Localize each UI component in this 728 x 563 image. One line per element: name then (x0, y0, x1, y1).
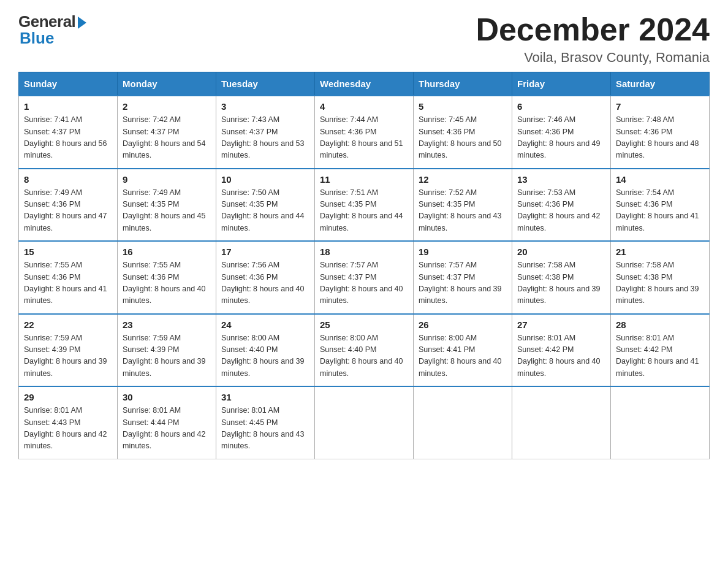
day-number: 9 (123, 174, 211, 185)
calendar-day-cell: 6 Sunrise: 7:46 AM Sunset: 4:36 PM Dayli… (512, 96, 611, 169)
day-number: 10 (221, 174, 309, 185)
day-info: Sunrise: 7:57 AM Sunset: 4:37 PM Dayligh… (320, 259, 408, 307)
calendar-day-cell: 14 Sunrise: 7:54 AM Sunset: 4:36 PM Dayl… (611, 169, 710, 242)
calendar-day-cell: 5 Sunrise: 7:45 AM Sunset: 4:36 PM Dayli… (414, 96, 512, 169)
day-number: 12 (419, 174, 507, 185)
week-row-2: 8 Sunrise: 7:49 AM Sunset: 4:36 PM Dayli… (19, 169, 710, 242)
day-info: Sunrise: 8:01 AM Sunset: 4:45 PM Dayligh… (221, 405, 309, 453)
day-number: 6 (517, 101, 605, 112)
day-number: 13 (517, 174, 605, 185)
calendar-day-cell: 25 Sunrise: 8:00 AM Sunset: 4:40 PM Dayl… (315, 314, 414, 387)
calendar-day-cell: 30 Sunrise: 8:01 AM Sunset: 4:44 PM Dayl… (118, 386, 216, 459)
day-number: 16 (123, 247, 211, 257)
day-number: 22 (24, 320, 112, 330)
day-info: Sunrise: 7:58 AM Sunset: 4:38 PM Dayligh… (517, 259, 605, 307)
week-row-1: 1 Sunrise: 7:41 AM Sunset: 4:37 PM Dayli… (19, 96, 710, 169)
calendar-day-cell: 3 Sunrise: 7:43 AM Sunset: 4:37 PM Dayli… (216, 96, 315, 169)
day-number: 21 (616, 247, 704, 257)
day-info: Sunrise: 7:42 AM Sunset: 4:37 PM Dayligh… (123, 114, 211, 162)
header-tuesday: Tuesday (216, 72, 315, 96)
day-number: 23 (123, 320, 211, 330)
day-info: Sunrise: 7:59 AM Sunset: 4:39 PM Dayligh… (24, 332, 112, 380)
day-info: Sunrise: 8:00 AM Sunset: 4:40 PM Dayligh… (320, 332, 408, 380)
day-number: 30 (123, 392, 211, 402)
day-number: 2 (123, 101, 211, 112)
calendar-day-cell: 23 Sunrise: 7:59 AM Sunset: 4:39 PM Dayl… (118, 314, 216, 387)
header-friday: Friday (512, 72, 611, 96)
day-number: 17 (221, 247, 309, 257)
day-number: 24 (221, 320, 309, 330)
page-header: General Blue December 2024 Voila, Brasov… (18, 12, 710, 66)
day-number: 8 (24, 174, 112, 185)
day-number: 25 (320, 320, 408, 330)
calendar-day-cell: 12 Sunrise: 7:52 AM Sunset: 4:35 PM Dayl… (414, 169, 512, 242)
calendar-day-cell: 15 Sunrise: 7:55 AM Sunset: 4:36 PM Dayl… (19, 241, 118, 314)
day-number: 7 (616, 101, 704, 112)
day-number: 20 (517, 247, 605, 257)
day-info: Sunrise: 8:01 AM Sunset: 4:43 PM Dayligh… (24, 405, 112, 453)
day-info: Sunrise: 7:57 AM Sunset: 4:37 PM Dayligh… (419, 259, 507, 307)
calendar-day-cell: 26 Sunrise: 8:00 AM Sunset: 4:41 PM Dayl… (414, 314, 512, 387)
day-info: Sunrise: 7:49 AM Sunset: 4:35 PM Dayligh… (123, 187, 211, 235)
logo-arrow-icon (78, 17, 86, 29)
day-info: Sunrise: 8:00 AM Sunset: 4:40 PM Dayligh… (221, 332, 309, 380)
calendar-day-cell (315, 386, 414, 459)
day-info: Sunrise: 7:55 AM Sunset: 4:36 PM Dayligh… (24, 259, 112, 307)
header-saturday: Saturday (611, 72, 710, 96)
location-text: Voila, Brasov County, Romania (476, 50, 710, 66)
calendar-day-cell: 28 Sunrise: 8:01 AM Sunset: 4:42 PM Dayl… (611, 314, 710, 387)
day-info: Sunrise: 7:46 AM Sunset: 4:36 PM Dayligh… (517, 114, 605, 162)
logo: General Blue (18, 12, 86, 48)
day-info: Sunrise: 7:41 AM Sunset: 4:37 PM Dayligh… (24, 114, 112, 162)
day-info: Sunrise: 7:45 AM Sunset: 4:36 PM Dayligh… (419, 114, 507, 162)
day-info: Sunrise: 7:54 AM Sunset: 4:36 PM Dayligh… (616, 187, 704, 235)
calendar-table: Sunday Monday Tuesday Wednesday Thursday… (18, 72, 710, 459)
day-info: Sunrise: 8:00 AM Sunset: 4:41 PM Dayligh… (419, 332, 507, 380)
calendar-day-cell: 27 Sunrise: 8:01 AM Sunset: 4:42 PM Dayl… (512, 314, 611, 387)
header-wednesday: Wednesday (315, 72, 414, 96)
calendar-day-cell: 7 Sunrise: 7:48 AM Sunset: 4:36 PM Dayli… (611, 96, 710, 169)
week-row-4: 22 Sunrise: 7:59 AM Sunset: 4:39 PM Dayl… (19, 314, 710, 387)
title-section: December 2024 Voila, Brasov County, Roma… (476, 12, 710, 66)
day-number: 28 (616, 320, 704, 330)
week-row-3: 15 Sunrise: 7:55 AM Sunset: 4:36 PM Dayl… (19, 241, 710, 314)
calendar-day-cell: 19 Sunrise: 7:57 AM Sunset: 4:37 PM Dayl… (414, 241, 512, 314)
day-number: 5 (419, 101, 507, 112)
calendar-day-cell: 10 Sunrise: 7:50 AM Sunset: 4:35 PM Dayl… (216, 169, 315, 242)
day-info: Sunrise: 7:58 AM Sunset: 4:38 PM Dayligh… (616, 259, 704, 307)
day-number: 3 (221, 101, 309, 112)
day-number: 4 (320, 101, 408, 112)
calendar-day-cell: 21 Sunrise: 7:58 AM Sunset: 4:38 PM Dayl… (611, 241, 710, 314)
calendar-day-cell: 20 Sunrise: 7:58 AM Sunset: 4:38 PM Dayl… (512, 241, 611, 314)
calendar-day-cell (414, 386, 512, 459)
day-info: Sunrise: 7:48 AM Sunset: 4:36 PM Dayligh… (616, 114, 704, 162)
day-info: Sunrise: 7:51 AM Sunset: 4:35 PM Dayligh… (320, 187, 408, 235)
calendar-day-cell: 24 Sunrise: 8:00 AM Sunset: 4:40 PM Dayl… (216, 314, 315, 387)
calendar-day-cell: 4 Sunrise: 7:44 AM Sunset: 4:36 PM Dayli… (315, 96, 414, 169)
calendar-day-cell (611, 386, 710, 459)
calendar-day-cell: 8 Sunrise: 7:49 AM Sunset: 4:36 PM Dayli… (19, 169, 118, 242)
header-monday: Monday (118, 72, 216, 96)
day-info: Sunrise: 7:53 AM Sunset: 4:36 PM Dayligh… (517, 187, 605, 235)
calendar-day-cell (512, 386, 611, 459)
logo-blue-text: Blue (20, 29, 54, 48)
day-number: 31 (221, 392, 309, 402)
day-info: Sunrise: 7:43 AM Sunset: 4:37 PM Dayligh… (221, 114, 309, 162)
day-number: 27 (517, 320, 605, 330)
day-info: Sunrise: 7:49 AM Sunset: 4:36 PM Dayligh… (24, 187, 112, 235)
day-number: 18 (320, 247, 408, 257)
day-number: 14 (616, 174, 704, 185)
calendar-day-cell: 9 Sunrise: 7:49 AM Sunset: 4:35 PM Dayli… (118, 169, 216, 242)
calendar-day-cell: 22 Sunrise: 7:59 AM Sunset: 4:39 PM Dayl… (19, 314, 118, 387)
day-number: 26 (419, 320, 507, 330)
day-number: 15 (24, 247, 112, 257)
weekday-header-row: Sunday Monday Tuesday Wednesday Thursday… (19, 72, 710, 96)
day-info: Sunrise: 7:52 AM Sunset: 4:35 PM Dayligh… (419, 187, 507, 235)
week-row-5: 29 Sunrise: 8:01 AM Sunset: 4:43 PM Dayl… (19, 386, 710, 459)
day-number: 29 (24, 392, 112, 402)
header-sunday: Sunday (19, 72, 118, 96)
day-info: Sunrise: 8:01 AM Sunset: 4:42 PM Dayligh… (616, 332, 704, 380)
day-info: Sunrise: 7:50 AM Sunset: 4:35 PM Dayligh… (221, 187, 309, 235)
day-info: Sunrise: 8:01 AM Sunset: 4:44 PM Dayligh… (123, 405, 211, 453)
month-title: December 2024 (476, 12, 710, 47)
